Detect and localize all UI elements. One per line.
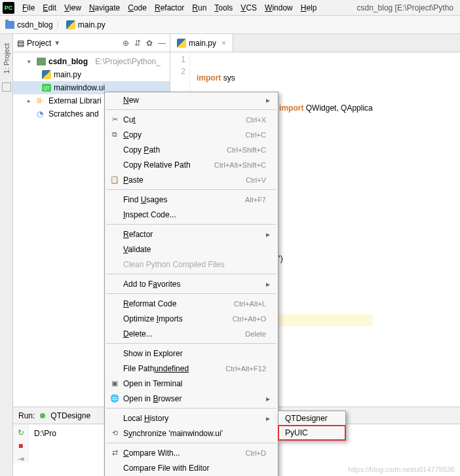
tree-file-main[interactable]: main.py (13, 68, 170, 81)
run-toolbar: ↻ ■ ⇥ (13, 424, 29, 463)
gear-icon[interactable]: ✿ (146, 39, 153, 48)
menu-vcs[interactable]: VCS (237, 2, 261, 14)
folder-icon (5, 21, 14, 29)
collapse-icon[interactable]: ⇵ (134, 39, 141, 48)
ctx-add-to-favorites[interactable]: Add to Favorites▸ (105, 276, 278, 291)
tree-root[interactable]: ▾ csdn_blog E:\Project\Python_ (13, 55, 170, 68)
external-tools-submenu: QTDesigner PyUIC (278, 411, 346, 441)
breadcrumb: csdn_blog 〉 main.py (0, 16, 460, 34)
structure-tool-tab[interactable] (2, 82, 11, 92)
hide-icon[interactable]: — (158, 39, 166, 48)
menu-code[interactable]: Code (124, 2, 151, 14)
target-icon[interactable]: ⊕ (123, 39, 129, 48)
menu-view[interactable]: View (60, 2, 85, 14)
ctx-cut[interactable]: ✂CutCtrl+X (105, 112, 278, 127)
menu-tools[interactable]: Tools (210, 2, 237, 14)
close-icon[interactable]: × (221, 39, 226, 48)
ctx-local-history[interactable]: Local History▸ (105, 411, 278, 426)
chevron-down-icon[interactable]: ▼ (54, 39, 60, 46)
run-config-name[interactable]: QTDesigne (50, 411, 90, 420)
breadcrumb-folder[interactable]: csdn_blog (17, 20, 53, 29)
sidebar-title[interactable]: Project (27, 39, 51, 48)
project-title: csdn_blog [E:\Project\Pytho (357, 3, 457, 12)
watermark: https://blog.csdn.net/u014779536 (348, 466, 455, 473)
scratches-icon: ◔ (37, 109, 46, 119)
ctx-file-path[interactable]: File PathundefinedCtrl+Alt+F12 (105, 361, 278, 376)
external-libs-icon: ⊪ (37, 96, 46, 105)
ctx-copy-relative-path[interactable]: Copy Relative PathCtrl+Alt+Shift+C (105, 157, 278, 172)
run-status-icon (40, 413, 45, 418)
menubar: PC FileEditViewNavigateCodeRefactorRunTo… (0, 0, 460, 16)
ctx-copy[interactable]: ⧉CopyCtrl+C (105, 127, 278, 142)
menu-run[interactable]: Run (188, 2, 210, 14)
app-icon: PC (3, 2, 14, 14)
python-icon (42, 70, 51, 79)
rerun-icon[interactable]: ↻ (18, 428, 24, 437)
menu-window[interactable]: Window (261, 2, 297, 14)
chevron-down-icon[interactable]: ▾ (28, 58, 34, 65)
chevron-right-icon: 〉 (56, 19, 64, 30)
ctx-open-in-browser[interactable]: 🌐Open in Browser▸ (105, 391, 278, 406)
ctx-synchronize-mainwindow-ui-[interactable]: ⟲Synchronize 'mainwindow.ui' (105, 426, 278, 441)
exit-icon[interactable]: ⇥ (18, 454, 24, 464)
ctx-validate[interactable]: Validate (105, 242, 278, 257)
ctx-clean-python-compiled-files: Clean Python Compiled Files (105, 257, 278, 272)
python-icon (177, 39, 186, 48)
project-view-icon: ▤ (17, 39, 24, 48)
qt-ui-icon: QT (42, 84, 51, 92)
menu-file[interactable]: File (18, 2, 39, 14)
submenu-qtdesigner[interactable]: QTDesigner (278, 411, 345, 426)
breadcrumb-file[interactable]: main.py (78, 20, 105, 29)
ctx-copy-path[interactable]: Copy PathCtrl+Shift+C (105, 142, 278, 157)
menu-help[interactable]: Help (297, 2, 321, 14)
sidebar-header: ▤ Project ▼ ⊕ ⇵ ✿ — (13, 34, 170, 52)
ctx-compare-file-with-editor[interactable]: Compare File with Editor (105, 460, 278, 475)
ctx-optimize-imports[interactable]: Optimize ImportsCtrl+Alt+O (105, 311, 278, 326)
project-folder-icon (37, 58, 46, 65)
ctx-delete-[interactable]: Delete...Delete (105, 326, 278, 341)
project-tool-tab[interactable]: 1: Project (1, 38, 12, 79)
stop-icon[interactable]: ■ (18, 441, 23, 450)
ctx-open-in-terminal[interactable]: ▣Open in Terminal (105, 376, 278, 391)
menu-navigate[interactable]: Navigate (85, 2, 124, 14)
ctx-reformat-code[interactable]: Reformat CodeCtrl+Alt+L (105, 296, 278, 311)
tool-window-stripe: 1: Project (0, 34, 13, 476)
ctx-show-in-explorer[interactable]: Show in Explorer (105, 346, 278, 361)
menu-edit[interactable]: Edit (39, 2, 60, 14)
ctx-new[interactable]: New▸ (105, 92, 278, 107)
context-menu: New▸✂CutCtrl+X⧉CopyCtrl+CCopy PathCtrl+S… (104, 92, 278, 476)
editor-tab-main[interactable]: main.py × (170, 34, 233, 52)
ctx-inspect-code-[interactable]: Inspect Code... (105, 207, 278, 222)
ctx-paste[interactable]: 📋PasteCtrl+V (105, 172, 278, 187)
chevron-right-icon[interactable]: ▸ (28, 98, 34, 104)
ctx-compare-with-[interactable]: ⇄Compare With...Ctrl+D (105, 445, 278, 460)
run-label: Run: (18, 411, 35, 420)
submenu-pyuic[interactable]: PyUIC (278, 426, 345, 440)
menu-refactor[interactable]: Refactor (151, 2, 188, 14)
ctx-find-usages[interactable]: Find UsagesAlt+F7 (105, 192, 278, 207)
ctx-refactor[interactable]: Refactor▸ (105, 227, 278, 242)
editor-tabs: main.py × (170, 34, 460, 52)
python-icon (66, 20, 75, 29)
